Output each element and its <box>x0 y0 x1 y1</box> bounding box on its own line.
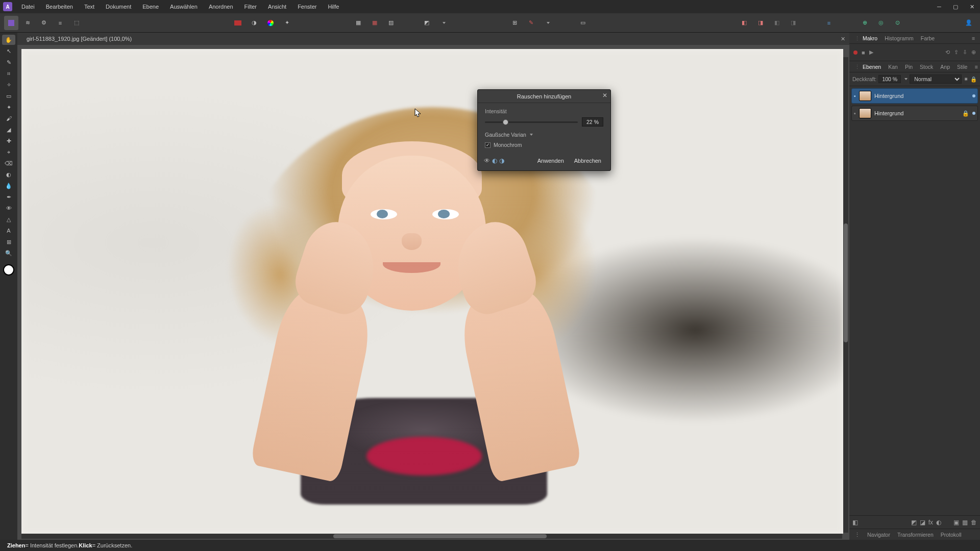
hand-tool-icon[interactable]: ✋ <box>2 35 15 45</box>
menu-dokument[interactable]: Dokument <box>101 2 136 12</box>
macro-stop-icon[interactable]: ■ <box>862 49 865 56</box>
opacity-dropdown-icon[interactable] <box>904 78 908 80</box>
persona-export-icon[interactable]: ⬚ <box>69 16 84 30</box>
zoom-tool-icon[interactable]: 🔍 <box>2 248 15 258</box>
menu-ansicht[interactable]: Ansicht <box>263 2 291 12</box>
add-pixel-layer-icon[interactable]: ▦ <box>962 519 968 526</box>
document-tab[interactable]: girl-511883_1920.jpg [Geändert] (100,0%) <box>21 34 137 43</box>
layer-link-icon[interactable] <box>972 94 975 97</box>
window-close-icon[interactable]: ✕ <box>964 0 980 13</box>
dialog-titlebar[interactable]: Rauschen hinzufügen ✕ <box>478 90 610 103</box>
paint-brush-tool-icon[interactable]: 🖌 <box>2 113 15 123</box>
macro-record-icon[interactable] <box>853 51 857 55</box>
persona-photo-icon[interactable] <box>4 16 18 30</box>
layer-lock-icon[interactable]: 🔒 <box>970 76 977 83</box>
tab-stile[interactable]: Stile <box>954 63 970 71</box>
shape-tool-icon[interactable]: △ <box>2 214 15 224</box>
apply-button[interactable]: Anwenden <box>534 156 567 165</box>
add-live-icon[interactable]: ⊙ <box>890 16 904 30</box>
marquee-tool-icon[interactable]: ▭ <box>2 91 15 101</box>
invert-icon[interactable]: ◑ <box>247 16 261 30</box>
vertical-scroll-thumb[interactable] <box>844 223 848 342</box>
group-layers-icon[interactable]: ▣ <box>953 519 959 526</box>
red-eye-tool-icon[interactable]: 👁 <box>2 203 15 213</box>
dodge-brush-tool-icon[interactable]: ◐ <box>2 169 15 180</box>
menu-datei[interactable]: Datei <box>16 2 40 12</box>
selection-new-icon[interactable]: ▦ <box>351 16 365 30</box>
canvas-viewport[interactable] <box>17 45 849 540</box>
add-live-filter-icon[interactable]: ◪ <box>920 519 925 526</box>
opacity-field[interactable]: 100 % <box>878 75 901 83</box>
macro-export-icon[interactable]: ⇪ <box>954 49 959 56</box>
intensity-slider[interactable] <box>485 121 578 123</box>
vertical-scrollbar[interactable] <box>843 57 848 533</box>
panel-handle-icon[interactable]: ⋮ <box>851 531 863 539</box>
color-picker-tool-icon[interactable]: ✎ <box>2 57 15 67</box>
erase-brush-tool-icon[interactable]: ⌫ <box>2 158 15 168</box>
mask-icon[interactable]: ◧ <box>852 519 858 526</box>
add-fx-icon[interactable]: fx <box>928 519 933 526</box>
preview-off-icon[interactable]: 👁 <box>484 157 490 164</box>
layer-row[interactable]: ▪ Hintergrund <box>851 88 978 104</box>
healing-brush-tool-icon[interactable]: ✚ <box>2 136 15 146</box>
layer-checkbox-icon[interactable]: ▪ <box>854 93 856 99</box>
persona-liquify-icon[interactable]: ≋ <box>20 16 35 30</box>
horizontal-scroll-thumb[interactable] <box>333 534 547 538</box>
auto-icon[interactable]: ✦ <box>280 16 294 30</box>
blend-mode-select[interactable]: Normal <box>910 74 962 84</box>
menu-anordnen[interactable]: Anordnen <box>204 2 238 12</box>
macro-reset-icon[interactable]: ⟲ <box>945 49 950 56</box>
selection-invert-icon[interactable]: ▨ <box>384 16 398 30</box>
menu-text[interactable]: Text <box>79 2 100 12</box>
camera-icon[interactable]: ▭ <box>576 16 590 30</box>
horizontal-scrollbar[interactable] <box>21 534 842 539</box>
tab-kan[interactable]: Kan <box>885 63 901 71</box>
add-mask-icon[interactable]: ◐ <box>936 519 941 526</box>
layer-fx-icon[interactable]: ✷ <box>964 76 968 82</box>
arrange-forward-icon[interactable]: ◧ <box>770 16 784 30</box>
selection-clear-icon[interactable]: ▦ <box>368 16 382 30</box>
panel-handle-icon[interactable]: ⋮ <box>851 33 857 44</box>
panel-menu-icon[interactable]: ≡ <box>969 34 978 42</box>
tab-makro[interactable]: Makro <box>860 34 880 42</box>
window-maximize-icon[interactable]: ▢ <box>947 0 964 13</box>
foreground-color-swatch[interactable] <box>3 264 14 276</box>
add-mask-icon[interactable]: ◎ <box>874 16 888 30</box>
tab-transformieren[interactable]: Transformieren <box>894 531 937 539</box>
tab-anp[interactable]: Anp <box>937 63 953 71</box>
refine-dropdown-icon[interactable] <box>540 16 554 30</box>
text-tool-icon[interactable]: A <box>2 226 15 236</box>
tab-stock[interactable]: Stock <box>917 63 936 71</box>
quick-mask-dropdown-icon[interactable] <box>436 16 450 30</box>
menu-auswaehlen[interactable]: Auswählen <box>165 2 203 12</box>
macro-import-icon[interactable]: ⇩ <box>963 49 967 56</box>
pen-tool-icon[interactable]: ✒ <box>2 192 15 202</box>
menu-fenster[interactable]: Fenster <box>292 2 322 12</box>
tab-navigator[interactable]: Navigator <box>864 531 893 539</box>
flood-select-tool-icon[interactable]: ✦ <box>2 102 15 112</box>
add-adjustment-icon[interactable]: ◩ <box>911 519 917 526</box>
preview-mirror-icon[interactable]: ◑ <box>499 157 504 164</box>
layer-checkbox-icon[interactable]: ▪ <box>854 110 856 116</box>
menu-bearbeiten[interactable]: Bearbeiten <box>41 2 78 12</box>
mesh-warp-tool-icon[interactable]: ⊞ <box>2 237 15 247</box>
panel-menu-icon[interactable]: ≡ <box>971 63 980 71</box>
align-icon[interactable]: ≡ <box>822 16 836 30</box>
panel-handle-icon[interactable]: ⋮ <box>851 61 857 72</box>
menu-ebene[interactable]: Ebene <box>137 2 164 12</box>
clone-brush-tool-icon[interactable]: ⌖ <box>2 147 15 157</box>
tab-pin[interactable]: Pin <box>902 63 916 71</box>
account-icon[interactable]: 👤 <box>962 16 976 30</box>
tab-farbe[interactable]: Farbe <box>918 34 938 42</box>
macro-play-icon[interactable]: ▶ <box>869 49 873 56</box>
intensity-value-field[interactable]: 22 % <box>582 117 603 127</box>
persona-tone-icon[interactable]: ≡ <box>53 16 67 30</box>
selection-brush-tool-icon[interactable]: ✧ <box>2 80 15 90</box>
swatch-red-icon[interactable] <box>231 16 245 30</box>
intensity-slider-thumb[interactable] <box>503 119 508 125</box>
lock-icon[interactable]: 🔒 <box>962 110 969 117</box>
add-layer-icon[interactable]: ⊕ <box>857 16 872 30</box>
persona-develop-icon[interactable]: ⚙ <box>37 16 51 30</box>
quick-mask-icon[interactable]: ◩ <box>420 16 434 30</box>
tab-protokoll[interactable]: Protokoll <box>938 531 965 539</box>
